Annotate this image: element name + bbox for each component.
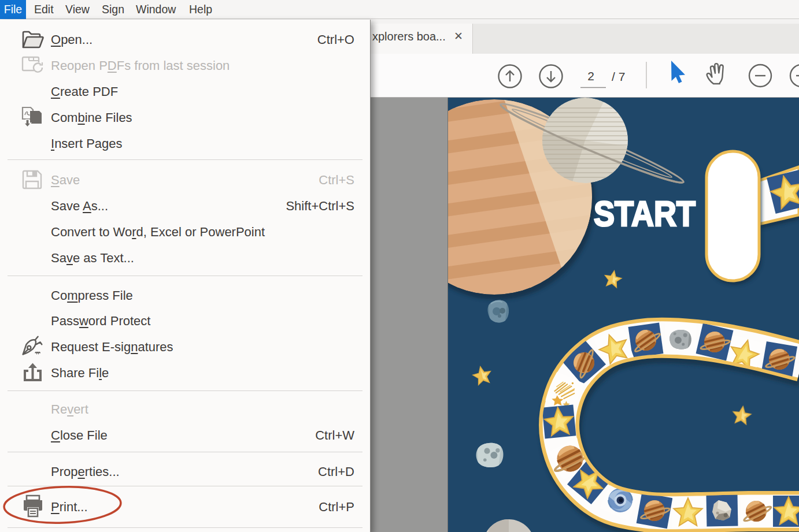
svg-text:START: START: [594, 194, 696, 233]
svg-text:2: 2: [587, 69, 594, 83]
svg-text:/ 7: / 7: [612, 70, 625, 83]
